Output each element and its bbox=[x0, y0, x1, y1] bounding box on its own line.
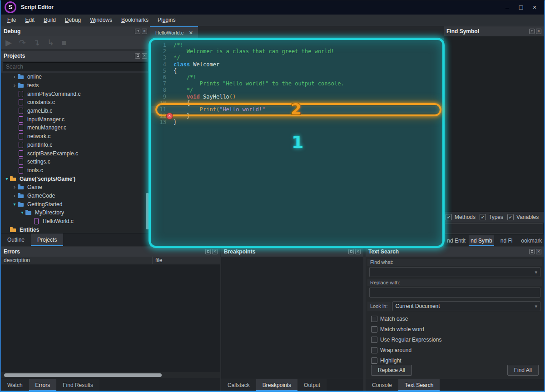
tree-item-network-c[interactable]: network.c bbox=[1, 132, 150, 141]
stop-icon[interactable]: ■ bbox=[61, 36, 66, 49]
chevron-down-icon[interactable]: ▾ bbox=[11, 201, 18, 208]
chevron-right-icon[interactable]: › bbox=[11, 193, 18, 199]
find-all-button[interactable]: Find All bbox=[507, 365, 539, 376]
errors-hscrollbar-thumb[interactable] bbox=[4, 373, 162, 377]
float-icon[interactable] bbox=[205, 249, 211, 254]
tree-item-online[interactable]: ›online bbox=[1, 73, 150, 81]
tree-item-inputmanager-c[interactable]: inputManager.c bbox=[1, 115, 150, 124]
tab-errors[interactable]: Errors bbox=[29, 379, 57, 391]
replace-all-button[interactable]: Replace All bbox=[371, 365, 412, 376]
close-icon[interactable]: × bbox=[142, 53, 147, 59]
look-in-combo[interactable]: Current Document ▾ bbox=[392, 301, 540, 311]
tab-output[interactable]: Output bbox=[297, 379, 327, 391]
step-into-icon[interactable]: ↴ bbox=[33, 36, 40, 49]
checkbox-match-whole-word[interactable]: Match whole word bbox=[371, 326, 544, 332]
tab-outline[interactable]: Outline bbox=[1, 233, 31, 246]
errors-hscrollbar-track[interactable] bbox=[1, 372, 220, 378]
float-icon[interactable] bbox=[348, 249, 354, 254]
play-icon[interactable]: ▶ bbox=[5, 36, 12, 49]
checkbox-types[interactable]: ✓Types bbox=[480, 214, 503, 220]
code-line-1[interactable]: 1/*! bbox=[150, 42, 444, 48]
column-header-file[interactable]: file bbox=[153, 257, 165, 264]
unchecked-checkbox-icon[interactable] bbox=[371, 337, 377, 343]
tree-item-tools-c[interactable]: tools.c bbox=[1, 166, 150, 175]
tab-nd-fi[interactable]: nd Fi bbox=[494, 235, 519, 246]
tab-console[interactable]: Console bbox=[366, 379, 398, 391]
chevron-right-icon[interactable]: › bbox=[11, 82, 18, 89]
close-button[interactable]: × bbox=[528, 1, 541, 13]
chevron-down-icon[interactable]: ▾ bbox=[535, 303, 537, 309]
code-line-3[interactable]: 3*/ bbox=[150, 55, 444, 61]
tab-projects[interactable]: Projects bbox=[31, 233, 63, 246]
code-editor[interactable]: 1/*!2 Welcomer is a class that can greet… bbox=[150, 38, 444, 247]
float-icon[interactable] bbox=[135, 29, 140, 34]
tree-item-gettingstarted[interactable]: ▾GettingStarted bbox=[1, 200, 150, 208]
column-header-description[interactable]: description bbox=[1, 257, 153, 264]
close-icon[interactable]: × bbox=[212, 249, 218, 254]
tab-helloworld[interactable]: HelloWorld.c × bbox=[150, 26, 198, 38]
checkbox-wrap-around[interactable]: Wrap around bbox=[371, 347, 544, 353]
menu-item-debug[interactable]: Debug bbox=[60, 15, 85, 26]
tree-item-gamelib-c[interactable]: gameLib.c bbox=[1, 107, 150, 115]
tree-item-constants-c[interactable]: constants.c bbox=[1, 98, 150, 107]
tab-nd-entit[interactable]: nd Entit bbox=[444, 235, 469, 246]
step-over-icon[interactable]: ↷ bbox=[19, 36, 26, 49]
close-icon[interactable]: × bbox=[536, 249, 541, 254]
menu-item-windows[interactable]: Windows bbox=[85, 15, 117, 26]
tab-breakpoints[interactable]: Breakpoints bbox=[256, 379, 297, 391]
code-line-9[interactable]: 9 void SayHello() bbox=[150, 94, 444, 100]
tab-close-icon[interactable]: × bbox=[189, 30, 193, 36]
tree-item-animphyscommand-c[interactable]: animPhysCommand.c bbox=[1, 89, 150, 98]
tree-item-pointinfo-c[interactable]: pointInfo.c bbox=[1, 141, 150, 149]
tab-callstack[interactable]: Callstack bbox=[221, 379, 256, 391]
float-icon[interactable] bbox=[135, 53, 140, 59]
float-icon[interactable] bbox=[529, 29, 535, 34]
close-icon[interactable]: × bbox=[142, 29, 147, 34]
close-icon[interactable]: × bbox=[355, 249, 361, 254]
tree-item-entities[interactable]: Entities bbox=[1, 225, 150, 233]
checkbox-methods[interactable]: ✓Methods bbox=[446, 214, 476, 220]
chevron-down-icon[interactable]: ▾ bbox=[535, 269, 537, 275]
close-icon[interactable]: × bbox=[536, 29, 541, 34]
checkbox-match-case[interactable]: Match case bbox=[371, 316, 544, 322]
chevron-right-icon[interactable]: › bbox=[11, 184, 18, 190]
checked-checkbox-icon[interactable]: ✓ bbox=[507, 214, 514, 220]
search-input[interactable] bbox=[3, 62, 148, 71]
tree-item-menumanager-c[interactable]: menuManager.c bbox=[1, 124, 150, 132]
tab-text-search[interactable]: Text Search bbox=[398, 379, 440, 391]
code-line-11[interactable]: 11 Print("Hello world!" bbox=[150, 106, 444, 113]
checked-checkbox-icon[interactable]: ✓ bbox=[480, 214, 486, 220]
unchecked-checkbox-icon[interactable] bbox=[371, 357, 377, 364]
checkbox-variables[interactable]: ✓Variables bbox=[507, 214, 539, 220]
minimize-button[interactable]: – bbox=[500, 1, 514, 13]
tree-vertical-scrollbar[interactable] bbox=[146, 193, 149, 229]
tab-watch[interactable]: Watch bbox=[1, 379, 29, 391]
tab-ookmark[interactable]: ookmark bbox=[519, 235, 544, 246]
menu-item-build[interactable]: Build bbox=[39, 15, 60, 26]
find-what-combo[interactable]: ▾ bbox=[369, 267, 540, 277]
tree-item-game-scripts-game[interactable]: ▾Game('scripts/Game') bbox=[1, 174, 150, 183]
code-line-8[interactable]: 8 */ bbox=[150, 87, 444, 93]
code-line-6[interactable]: 6 /*! bbox=[150, 74, 444, 80]
code-line-7[interactable]: 7 Prints "Hello world!" to the output co… bbox=[150, 80, 444, 87]
code-line-12[interactable]: 12 } bbox=[150, 113, 444, 119]
tree-item-gamecode[interactable]: ›GameCode bbox=[1, 192, 150, 200]
checkbox-use-regular-expressions[interactable]: Use Regular Expressions bbox=[371, 337, 544, 343]
tree-item-settings-c[interactable]: settings.c bbox=[1, 158, 150, 166]
chevron-down-icon[interactable]: ▾ bbox=[4, 176, 10, 182]
tree-item-mydirectory[interactable]: ▾MyDirectory bbox=[1, 208, 150, 217]
tab-nd-symb[interactable]: nd Symb bbox=[469, 235, 494, 246]
unchecked-checkbox-icon[interactable] bbox=[371, 326, 377, 332]
code-line-10[interactable]: 10 { bbox=[150, 100, 444, 106]
menu-item-plugins[interactable]: Plugins bbox=[153, 15, 180, 26]
tree-item-tests[interactable]: ›tests bbox=[1, 81, 150, 90]
unchecked-checkbox-icon[interactable] bbox=[371, 316, 377, 322]
tree-item-scriptbaseexample-c[interactable]: scriptBaseExample.c bbox=[1, 149, 150, 158]
tab-find-results[interactable]: Find Results bbox=[56, 379, 99, 391]
find-symbol-input[interactable] bbox=[445, 223, 543, 233]
chevron-down-icon[interactable]: ▾ bbox=[19, 209, 25, 216]
code-line-13[interactable]: 13} bbox=[150, 119, 444, 125]
menu-item-bookmarks[interactable]: Bookmarks bbox=[117, 15, 153, 26]
checkbox-highlight[interactable]: Highlight bbox=[371, 357, 544, 364]
replace-with-input[interactable] bbox=[369, 288, 540, 298]
